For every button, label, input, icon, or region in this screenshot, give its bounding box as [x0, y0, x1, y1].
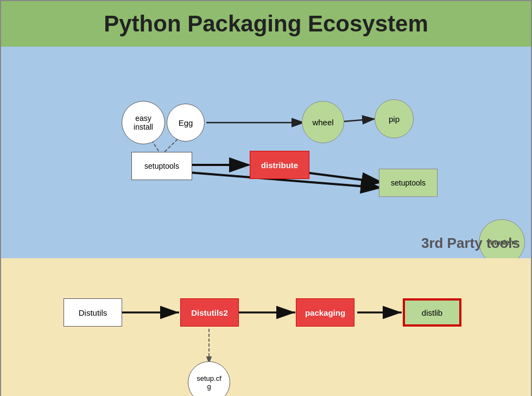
wheel-node: wheel — [302, 101, 344, 143]
title-text: Python Packaging Ecosystem — [104, 11, 428, 36]
distribute-label: distribute — [261, 161, 298, 170]
packaging-node: packaging — [296, 298, 354, 327]
packaging-label: packaging — [305, 308, 345, 317]
content-area: easy install Egg wheel pip distribute se… — [1, 47, 531, 396]
top-section-label: 3rd Party tools — [421, 235, 520, 252]
egg-label: Egg — [179, 118, 193, 127]
setuptools-left-node: setuptools — [131, 152, 192, 180]
arrow-wheel-pip — [343, 119, 376, 122]
distutils2-node: Distutils2 — [180, 298, 239, 327]
wheel-label: wheel — [312, 118, 333, 127]
setup-cfg-node: setup.cf g — [188, 361, 230, 396]
top-label-text: 3rd Party tools — [421, 235, 520, 251]
setuptools-right-label: setuptools — [391, 178, 426, 187]
top-section: easy install Egg wheel pip distribute se… — [1, 47, 531, 258]
setuptools-left-label: setuptools — [144, 162, 179, 170]
setup-cfg-label: setup.cf g — [197, 374, 221, 391]
distribute-node: distribute — [250, 151, 309, 179]
egg-node: Egg — [167, 104, 205, 142]
bottom-arrows-svg — [1, 258, 531, 396]
easy-install-node: easy install — [122, 101, 165, 144]
distutils-label: Distutils — [79, 308, 107, 317]
easy-install-label: easy install — [134, 114, 153, 131]
page-title: Python Packaging Ecosystem — [1, 1, 531, 47]
pip-node: pip — [375, 99, 414, 138]
setuptools-right-node: setuptools — [379, 169, 438, 197]
pip-label: pip — [389, 114, 400, 124]
distlib-label: distlib — [422, 308, 442, 317]
main-container: Python Packaging Ecosystem — [0, 0, 532, 396]
distlib-node: distlib — [403, 298, 461, 327]
bottom-section: Distutils Distutils2 packaging distlib s… — [1, 258, 531, 396]
distutils-node: Distutils — [64, 298, 122, 327]
distutils2-label: Distutils2 — [191, 308, 228, 317]
